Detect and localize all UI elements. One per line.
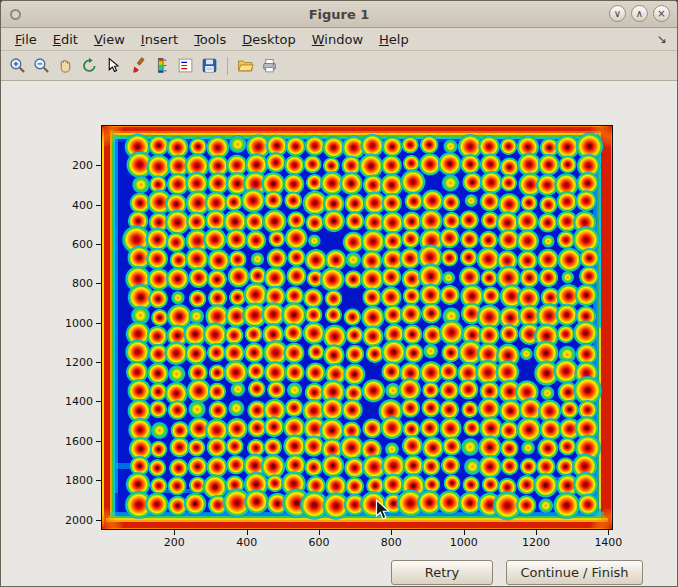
- y-tick-label: 400: [72, 198, 93, 211]
- y-tick-label: 800: [72, 277, 93, 290]
- menu-tools[interactable]: Tools: [186, 30, 234, 49]
- x-tick-mark: [464, 530, 465, 535]
- x-tick-mark: [391, 530, 392, 535]
- x-tick-label: 1000: [450, 536, 478, 549]
- legend-icon[interactable]: [174, 54, 197, 77]
- x-tick-mark: [319, 530, 320, 535]
- toolbar-separator: [227, 57, 228, 75]
- figure-content: 2004006008001000120014001600180020002004…: [1, 81, 677, 587]
- y-tick-mark: [96, 283, 101, 284]
- brush-icon[interactable]: [126, 54, 149, 77]
- x-tick-mark: [608, 530, 609, 535]
- rotate-3d-icon[interactable]: [78, 54, 101, 77]
- data-cursor-icon[interactable]: [102, 54, 125, 77]
- x-tick-mark: [174, 530, 175, 535]
- y-tick-mark: [96, 520, 101, 521]
- menu-file[interactable]: File: [7, 30, 45, 49]
- window-icon: [10, 9, 21, 20]
- menu-desktop[interactable]: Desktop: [234, 30, 304, 49]
- y-tick-label: 1800: [65, 474, 93, 487]
- print-icon[interactable]: [258, 54, 281, 77]
- zoom-in-icon[interactable]: [6, 54, 29, 77]
- zoom-out-icon[interactable]: [30, 54, 53, 77]
- y-tick-label: 1000: [65, 316, 93, 329]
- axes[interactable]: 2004006008001000120014001600180020002004…: [101, 125, 613, 530]
- menu-items: FileEditViewInsertToolsDesktopWindowHelp: [7, 30, 417, 49]
- plate-scan-image[interactable]: [102, 126, 612, 529]
- figure-window: Figure 1 ∨ ∧ × FileEditViewInsertToolsDe…: [0, 0, 678, 587]
- menubar: FileEditViewInsertToolsDesktopWindowHelp…: [1, 28, 677, 51]
- x-tick-mark: [536, 530, 537, 535]
- x-tick-label: 400: [236, 536, 257, 549]
- window-title: Figure 1: [1, 7, 677, 22]
- y-tick-label: 600: [72, 238, 93, 251]
- y-tick-label: 1400: [65, 395, 93, 408]
- y-tick-label: 2000: [65, 513, 93, 526]
- titlebar-buttons: ∨ ∧ ×: [609, 5, 670, 22]
- y-tick-mark: [96, 244, 101, 245]
- menu-window[interactable]: Window: [304, 30, 371, 49]
- x-tick-label: 800: [381, 536, 402, 549]
- x-tick-label: 1400: [594, 536, 622, 549]
- undock-arrow-icon[interactable]: ↘: [657, 32, 667, 46]
- continue-finish-button[interactable]: Continue / Finish: [506, 560, 643, 585]
- menu-view[interactable]: View: [86, 30, 133, 49]
- y-tick-label: 200: [72, 159, 93, 172]
- menu-edit[interactable]: Edit: [45, 30, 86, 49]
- maximize-button[interactable]: ∧: [631, 5, 648, 22]
- menu-help[interactable]: Help: [371, 30, 417, 49]
- colorbar-icon[interactable]: [150, 54, 173, 77]
- pan-icon[interactable]: [54, 54, 77, 77]
- x-tick-label: 200: [164, 536, 185, 549]
- save-icon[interactable]: [198, 54, 221, 77]
- y-tick-mark: [96, 480, 101, 481]
- y-tick-mark: [96, 401, 101, 402]
- y-tick-mark: [96, 323, 101, 324]
- y-tick-label: 1200: [65, 356, 93, 369]
- retry-button[interactable]: Retry: [391, 560, 493, 585]
- y-tick-mark: [96, 362, 101, 363]
- x-tick-label: 1200: [522, 536, 550, 549]
- y-tick-label: 1600: [65, 434, 93, 447]
- menu-insert[interactable]: Insert: [133, 30, 186, 49]
- titlebar[interactable]: Figure 1 ∨ ∧ ×: [1, 1, 677, 28]
- open-icon[interactable]: [234, 54, 257, 77]
- y-tick-mark: [96, 205, 101, 206]
- close-button[interactable]: ×: [653, 5, 670, 22]
- minimize-button[interactable]: ∨: [609, 5, 626, 22]
- y-tick-mark: [96, 441, 101, 442]
- y-tick-mark: [96, 165, 101, 166]
- x-tick-mark: [247, 530, 248, 535]
- toolbar: [1, 51, 677, 81]
- x-tick-label: 600: [309, 536, 330, 549]
